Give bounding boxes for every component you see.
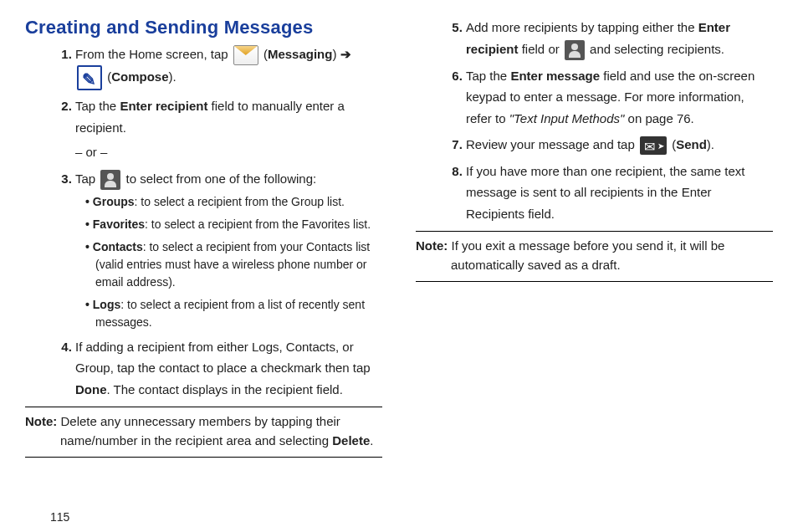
text: Review your message and tap xyxy=(466,137,638,151)
page-number: 115 xyxy=(50,510,69,524)
left-column: Creating and Sending Messages From the H… xyxy=(25,17,382,524)
bold-label: Enter recipient xyxy=(120,99,207,113)
text: : to select a recipient from the Group l… xyxy=(135,195,345,208)
bold-label: Contacts xyxy=(93,240,143,253)
compose-icon xyxy=(77,65,102,90)
text: Tap the xyxy=(466,69,510,83)
step-1: From the Home screen, tap (Messaging) ➔ … xyxy=(75,43,382,90)
text: Delete any unnecessary members by tappin… xyxy=(57,414,340,448)
text: : to select a recipient from the Favorit… xyxy=(145,217,371,231)
text: From the Home screen, tap xyxy=(75,47,232,61)
bold-label: Send xyxy=(676,137,707,151)
steps-list-right: Add more recipients by tapping either th… xyxy=(416,17,773,224)
sub-options: Groups: to select a recipient from the G… xyxy=(75,193,382,331)
bold-label: Enter message xyxy=(510,69,600,83)
bold-label: Favorites xyxy=(93,217,145,231)
text: . xyxy=(370,433,373,448)
step-5: Add more recipients by tapping either th… xyxy=(466,17,773,60)
divider xyxy=(416,231,773,232)
text: to select from one of the following: xyxy=(126,171,317,186)
step-3: Tap to select from one of the following:… xyxy=(75,168,382,331)
text: : to select a recipient from a list of r… xyxy=(95,298,365,329)
bold-label: Compose xyxy=(111,69,168,84)
bold-label: Logs xyxy=(93,298,120,311)
sub-logs: Logs: to select a recipient from a list … xyxy=(85,296,382,331)
send-icon xyxy=(640,136,667,155)
right-column: Add more recipients by tapping either th… xyxy=(416,17,773,524)
sub-favorites: Favorites: to select a recipient from th… xyxy=(85,216,382,233)
text: ). xyxy=(707,137,714,151)
steps-list-left: From the Home screen, tap (Messaging) ➔ … xyxy=(25,43,382,400)
text: ). xyxy=(169,69,176,84)
bold-label: Delete xyxy=(332,433,370,448)
contact-icon xyxy=(100,170,120,190)
step-8: If you have more than one recipient, the… xyxy=(466,161,773,225)
note-1: Note: Delete any unnecessary members by … xyxy=(25,412,382,450)
text: If you have more than one recipient, the… xyxy=(466,164,745,221)
text: on page 76. xyxy=(624,111,693,125)
or-text: – or – xyxy=(75,141,382,163)
messaging-icon xyxy=(233,45,258,65)
divider xyxy=(416,281,773,282)
bold-label: Messaging xyxy=(268,47,333,61)
text: Tap xyxy=(75,171,99,186)
contact-icon xyxy=(565,40,585,60)
step-4: If adding a recipient from either Logs, … xyxy=(75,336,382,401)
sub-contacts: Contacts: to select a recipient from you… xyxy=(85,238,382,291)
text: If adding a recipient from either Logs, … xyxy=(75,340,371,376)
divider xyxy=(25,407,382,407)
note-label: Note: xyxy=(416,238,448,253)
text: Add more recipients by tapping either th… xyxy=(466,20,698,34)
text: . The contact displays in the recipient … xyxy=(107,382,343,396)
sub-groups: Groups: to select a recipient from the G… xyxy=(85,193,382,211)
bold-label: Done xyxy=(75,382,107,396)
bold-label: Groups xyxy=(93,195,135,208)
text: Tap the xyxy=(75,99,120,113)
step-7: Review your message and tap (Send). xyxy=(466,134,773,156)
arrow-icon: ➔ xyxy=(340,47,351,61)
step-2: Tap the Enter recipient field to manuall… xyxy=(75,95,382,163)
text: ) xyxy=(332,47,340,61)
note-label: Note: xyxy=(25,414,57,428)
section-title: Creating and Sending Messages xyxy=(25,17,382,38)
step-6: Tap the Enter message field and use the … xyxy=(466,65,773,130)
note-2: Note: If you exit a message before you s… xyxy=(416,237,773,274)
divider xyxy=(25,457,382,458)
manual-page: Creating and Sending Messages From the H… xyxy=(0,0,798,532)
italic-ref: "Text Input Methods" xyxy=(509,111,625,125)
text: If you exit a message before you send it… xyxy=(448,238,724,272)
text: and selecting recipients. xyxy=(590,42,724,56)
text: field or xyxy=(519,42,563,56)
